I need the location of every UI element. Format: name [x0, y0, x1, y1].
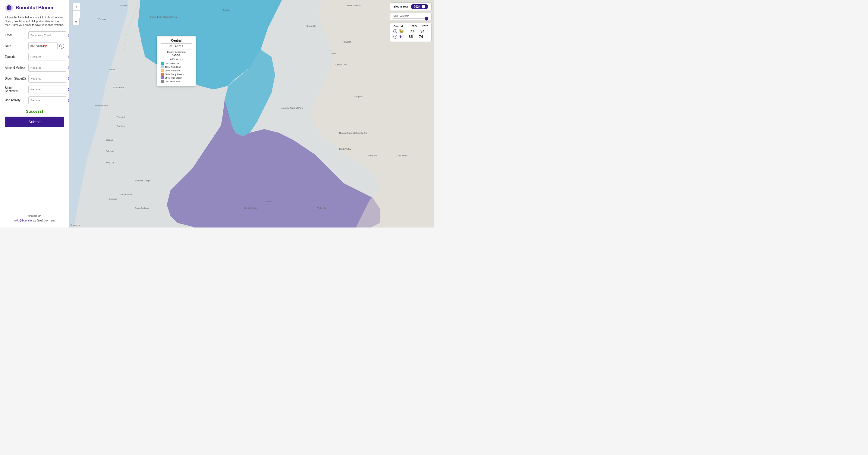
- stats-box: Central 2024 2023 i 🐝 77 34 i ❄ 85 74: [390, 23, 432, 42]
- bee-activity-input[interactable]: [28, 96, 66, 104]
- stats-chill-row: i ❄ 85 74: [393, 34, 428, 39]
- contact-area: Contact Us hello@bountiful.ag (805) 704-…: [5, 214, 64, 223]
- stats-region-label: Central: [393, 25, 407, 28]
- toggle-indicator: [422, 5, 425, 8]
- stage-name: Popcorn: [171, 69, 180, 72]
- success-message: Success!: [5, 109, 64, 113]
- email-input[interactable]: [28, 31, 66, 39]
- bloom-sentiment-row: Bloom Sentiment i: [5, 86, 64, 93]
- stage-name: Petal Fall: [170, 80, 180, 83]
- date-input-wrap[interactable]: 02/19/2024 📅: [28, 42, 58, 50]
- stats-chill-info-icon[interactable]: i: [393, 35, 397, 39]
- bee-activity-label: Bee Activity: [5, 99, 27, 102]
- top-right-panel: Bloom Year 2024 Date: 02/19/24 Central 2…: [390, 2, 432, 42]
- bee-icon: 🐝: [399, 29, 404, 33]
- date-slider-label: Date: 02/19/24: [393, 14, 409, 17]
- stats-header-row: Central 2024 2023: [393, 25, 428, 28]
- bloom-year-label: Bloom Year: [393, 5, 408, 8]
- popup-stage-row: 0% Petal Fall: [161, 80, 192, 83]
- email-label: Email: [5, 33, 27, 37]
- bloom-sentiment-label: Bloom Sentiment: [5, 86, 27, 93]
- stage-pct: 38%: [165, 73, 170, 76]
- popup-stage-row: 38% Early Bloom: [161, 73, 192, 76]
- stage-color-swatch: [161, 69, 164, 72]
- popup-sentiment-label: Bloom Sentiment: [161, 51, 192, 53]
- stage-name: Early Bloom: [171, 73, 184, 76]
- stage-pct: 25%: [165, 69, 170, 72]
- sidebar-description: Fill out the fields below and click 'Sub…: [5, 16, 64, 27]
- map-zoom-controls: + −: [72, 3, 80, 18]
- bee-2024-value: 77: [406, 29, 414, 33]
- popup-varieties-label: All Varieties: [161, 58, 192, 61]
- contact-phone: (805) 704-7157: [37, 219, 56, 222]
- zoom-in-button[interactable]: +: [73, 3, 80, 10]
- stage-pct: 0%: [165, 80, 168, 83]
- bloom-sentiment-input[interactable]: [28, 86, 66, 93]
- popup-stage-row: 25% Popcorn: [161, 69, 192, 72]
- app-name: Bountiful Bloom: [16, 5, 53, 10]
- stage-color-swatch: [161, 80, 164, 83]
- email-row: Email i: [5, 31, 64, 39]
- stage-pct: 0%: [165, 62, 168, 65]
- date-slider-box: Date: 02/19/24: [390, 13, 432, 21]
- date-label: Date: [5, 44, 27, 47]
- bloom-year-box: Bloom Year 2024: [390, 2, 432, 11]
- stats-year-current: 2024: [409, 25, 417, 28]
- zipcode-row: Zipcode i: [5, 53, 64, 61]
- stage-color-swatch: [161, 76, 164, 79]
- submit-button[interactable]: Submit: [5, 117, 64, 127]
- map-svg: [69, 0, 434, 228]
- almond-variety-input[interactable]: [28, 64, 66, 72]
- date-value: 02/19/2024: [30, 44, 44, 47]
- bloom-stage-label: Bloom Stage(2): [5, 77, 27, 80]
- almond-variety-row: Almond Variety i: [5, 64, 64, 72]
- stage-name: Pink Bud: [171, 66, 181, 68]
- stage-name: Full Bloom: [171, 76, 182, 79]
- bloom-year-value: 2024: [414, 5, 421, 8]
- date-slider-thumb: [425, 17, 428, 21]
- stage-color-swatch: [161, 73, 164, 76]
- stage-name: Green Tip: [170, 62, 180, 65]
- map-popup: Central 02/19/2024 Bloom Sentiment Good …: [157, 36, 196, 86]
- logo-area: Bountiful Bloom: [5, 4, 64, 12]
- bee-activity-row: Bee Activity i: [5, 96, 64, 104]
- stats-bee-info-icon[interactable]: i: [393, 29, 397, 33]
- chill-2023-value: 74: [414, 35, 423, 39]
- date-slider-track[interactable]: [393, 19, 428, 19]
- popup-stage-row: 13% Pink Bud: [161, 65, 192, 68]
- bloom-stage-row: Bloom Stage(2) i: [5, 75, 64, 83]
- popup-date: 02/19/2024: [161, 45, 192, 50]
- popup-sentiment-value: Good: [161, 53, 192, 57]
- contact-label: Contact Us: [5, 214, 64, 218]
- stage-color-swatch: [161, 62, 164, 65]
- stats-year-prev: 2023: [420, 25, 428, 28]
- popup-stage-row: 25% Full Bloom: [161, 76, 192, 79]
- date-row: Date 02/19/2024 📅 i: [5, 42, 64, 50]
- zoom-out-button[interactable]: −: [73, 10, 80, 18]
- popup-title: Central: [161, 39, 192, 44]
- map-attribution: © mapbox: [70, 224, 80, 226]
- stage-pct: 25%: [165, 76, 170, 79]
- popup-stages: 0% Green Tip 13% Pink Bud 25% Popcorn 38…: [161, 62, 192, 83]
- zipcode-input[interactable]: [28, 53, 66, 61]
- stage-color-swatch: [161, 65, 164, 68]
- bloom-stage-input[interactable]: [28, 75, 66, 83]
- stage-pct: 13%: [165, 66, 170, 68]
- date-info-icon[interactable]: i: [59, 44, 64, 48]
- logo-icon: [5, 4, 13, 12]
- chill-2024-value: 85: [404, 35, 412, 39]
- map-home-button[interactable]: ⌂: [72, 18, 80, 25]
- calendar-icon[interactable]: 📅: [44, 44, 56, 47]
- bee-2023-value: 34: [416, 29, 424, 33]
- popup-stage-row: 0% Green Tip: [161, 62, 192, 65]
- contact-email[interactable]: hello@bountiful.ag: [13, 219, 36, 222]
- bloom-year-toggle[interactable]: 2024: [411, 4, 428, 9]
- sidebar: Bountiful Bloom Fill out the fields belo…: [0, 0, 69, 228]
- map-area[interactable]: EurekaReddingBattle MountainRenoCarson C…: [69, 0, 434, 228]
- stats-bee-row: i 🐝 77 34: [393, 29, 428, 33]
- almond-variety-label: Almond Variety: [5, 66, 27, 69]
- snow-icon: ❄: [399, 34, 402, 39]
- zipcode-label: Zipcode: [5, 55, 27, 59]
